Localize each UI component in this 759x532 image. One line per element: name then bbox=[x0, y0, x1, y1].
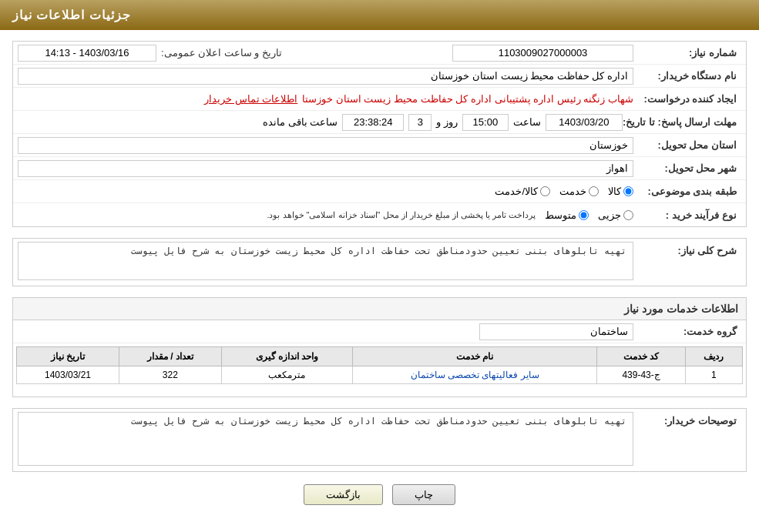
service-group-label: گروه خدمت: bbox=[633, 326, 741, 337]
category-kala-khedmat-label: کالا/خدمت bbox=[495, 186, 538, 197]
purchase-type-row: نوع فرآیند خرید : جزیی متوسط پرداخت تامر… bbox=[13, 203, 746, 226]
city-row: شهر محل تحویل: اهواز bbox=[13, 157, 746, 180]
response-days-label: روز و bbox=[436, 116, 458, 128]
announce-datetime-value: 1403/03/16 - 14:13 bbox=[18, 45, 156, 62]
response-remaining: 23:38:24 bbox=[342, 114, 404, 131]
cell-name: سایر فعالیتهای تخصصی ساختمان bbox=[352, 366, 596, 384]
col-code: کد خدمت bbox=[597, 347, 686, 366]
general-desc-container bbox=[18, 242, 633, 283]
buyer-org-row: نام دستگاه خریدار: اداره کل حفاظت محیط ز… bbox=[13, 65, 746, 88]
page-wrapper: جزئیات اطلاعات نیاز شماره نیاز: 11030090… bbox=[0, 0, 759, 532]
category-label: طبقه بندی موضوعی: bbox=[633, 186, 741, 197]
creator-label: ایجاد کننده درخواست: bbox=[633, 93, 741, 105]
response-deadline-label: مهلت ارسال پاسخ: تا تاریخ: bbox=[623, 116, 741, 128]
col-row: ردیف bbox=[685, 347, 742, 366]
service-group-value: ساختمان bbox=[479, 323, 633, 340]
province-row: استان محل تحویل: خوزستان bbox=[13, 134, 746, 157]
page-header: جزئیات اطلاعات نیاز bbox=[0, 0, 759, 30]
back-button[interactable]: بازگشت bbox=[304, 484, 383, 505]
response-deadline-row: مهلت ارسال پاسخ: تا تاریخ: 1403/03/20 سا… bbox=[13, 111, 746, 134]
contact-info-link[interactable]: اطلاعات تماس خریدار bbox=[204, 93, 297, 105]
creator-row: ایجاد کننده درخواست: شهاب زنگنه رئیس ادا… bbox=[13, 88, 746, 111]
response-days: 3 bbox=[408, 114, 432, 131]
cell-row: 1 bbox=[685, 366, 742, 384]
need-number-value: 1103009027000003 bbox=[452, 45, 633, 62]
button-row: چاپ بازگشت bbox=[12, 484, 747, 517]
buyer-desc-textarea[interactable] bbox=[18, 412, 633, 466]
response-remaining-label: ساعت باقی مانده bbox=[263, 116, 338, 128]
category-khedmat-radio[interactable] bbox=[589, 186, 599, 196]
response-deadline-content: 1403/03/20 ساعت 15:00 روز و 3 23:38:24 س… bbox=[18, 114, 623, 131]
table-row: 1 ج-43-439 سایر فعالیتهای تخصصی ساختمان … bbox=[17, 366, 743, 384]
category-options: کالا خدمت کالا/خدمت bbox=[18, 186, 633, 197]
need-number-label: شماره نیاز: bbox=[633, 47, 741, 59]
cell-unit: مترمکعب bbox=[221, 366, 352, 384]
category-kala-khedmat: کالا/خدمت bbox=[495, 186, 550, 197]
response-time: 15:00 bbox=[462, 114, 509, 131]
col-name: نام خدمت bbox=[352, 347, 596, 366]
announce-datetime-label: تاریخ و ساعت اعلان عمومی: bbox=[161, 47, 282, 59]
province-value: خوزستان bbox=[18, 137, 633, 154]
services-title: اطلاعات خدمات مورد نیاز bbox=[12, 297, 747, 320]
general-desc-label: شرح کلی نیاز: bbox=[633, 242, 741, 256]
category-kala: کالا bbox=[608, 186, 633, 197]
buyer-desc-section: توصیحات خریدار: AltaTender.net bbox=[12, 408, 747, 472]
buyer-org-label: نام دستگاه خریدار: bbox=[633, 70, 741, 82]
service-group-row: گروه خدمت: ساختمان bbox=[13, 320, 746, 343]
main-content: شماره نیاز: 1103009027000003 تاریخ و ساع… bbox=[0, 30, 759, 528]
category-khedmat: خدمت bbox=[559, 186, 599, 197]
response-time-label: ساعت bbox=[513, 116, 541, 128]
general-desc-textarea[interactable] bbox=[18, 242, 633, 280]
purchase-jozi-label: جزیی bbox=[598, 209, 621, 221]
cell-date: 1403/03/21 bbox=[17, 366, 119, 384]
print-button[interactable]: چاپ bbox=[392, 484, 455, 505]
purchase-motavasset-radio[interactable] bbox=[579, 210, 589, 220]
purchase-motavasset-label: متوسط bbox=[545, 209, 576, 221]
cell-code: ج-43-439 bbox=[597, 366, 686, 384]
city-label: شهر محل تحویل: bbox=[633, 162, 741, 174]
purchase-motavasset: متوسط bbox=[545, 209, 589, 221]
province-label: استان محل تحویل: bbox=[633, 139, 741, 151]
col-unit: واحد اندازه گیری bbox=[221, 347, 352, 366]
buyer-desc-label: توصیحات خریدار: bbox=[633, 412, 741, 427]
general-desc-section: شرح کلی نیاز: bbox=[12, 238, 747, 286]
purchase-jozi: جزیی bbox=[598, 209, 633, 221]
purchase-type-note: پرداخت تامر یا پخشی از مبلغ خریدار از مح… bbox=[267, 210, 536, 220]
creator-content: شهاب زنگنه رئیس اداره پشتیبانی اداره کل … bbox=[18, 93, 633, 105]
col-qty: تعداد / مقدار bbox=[119, 347, 221, 366]
general-desc-row: شرح کلی نیاز: bbox=[13, 239, 746, 286]
city-value: اهواز bbox=[18, 160, 633, 177]
purchase-type-options: جزیی متوسط پرداخت تامر یا پخشی از مبلغ خ… bbox=[18, 209, 633, 221]
cell-qty: 322 bbox=[119, 366, 221, 384]
buyer-desc-row: توصیحات خریدار: AltaTender.net bbox=[13, 409, 746, 471]
main-form-section: شماره نیاز: 1103009027000003 تاریخ و ساع… bbox=[12, 41, 747, 227]
col-date: تاریخ نیاز bbox=[17, 347, 119, 366]
contact-name: شهاب زنگنه رئیس اداره پشتیبانی اداره کل … bbox=[302, 93, 633, 105]
purchase-type-label: نوع فرآیند خرید : bbox=[633, 209, 741, 221]
need-number-row: شماره نیاز: 1103009027000003 تاریخ و ساع… bbox=[13, 42, 746, 65]
purchase-jozi-radio[interactable] bbox=[623, 210, 633, 220]
services-table: ردیف کد خدمت نام خدمت واحد اندازه گیری ت… bbox=[16, 346, 743, 384]
services-section: گروه خدمت: ساختمان ردیف کد خدمت نام خدمت… bbox=[12, 320, 747, 397]
category-kala-label: کالا bbox=[608, 186, 621, 197]
header-title: جزئیات اطلاعات نیاز bbox=[12, 8, 131, 22]
category-row: طبقه بندی موضوعی: کالا خدمت کالا/خدمت bbox=[13, 180, 746, 203]
response-date: 1403/03/20 bbox=[546, 114, 623, 131]
category-kala-khedmat-radio[interactable] bbox=[540, 186, 550, 196]
services-table-section: ردیف کد خدمت نام خدمت واحد اندازه گیری ت… bbox=[13, 343, 746, 387]
category-khedmat-label: خدمت bbox=[559, 186, 586, 197]
buyer-org-value: اداره کل حفاظت محیط زیست استان خوزستان bbox=[18, 68, 633, 85]
category-kala-radio[interactable] bbox=[623, 186, 633, 196]
buyer-desc-container: AltaTender.net bbox=[18, 412, 633, 468]
